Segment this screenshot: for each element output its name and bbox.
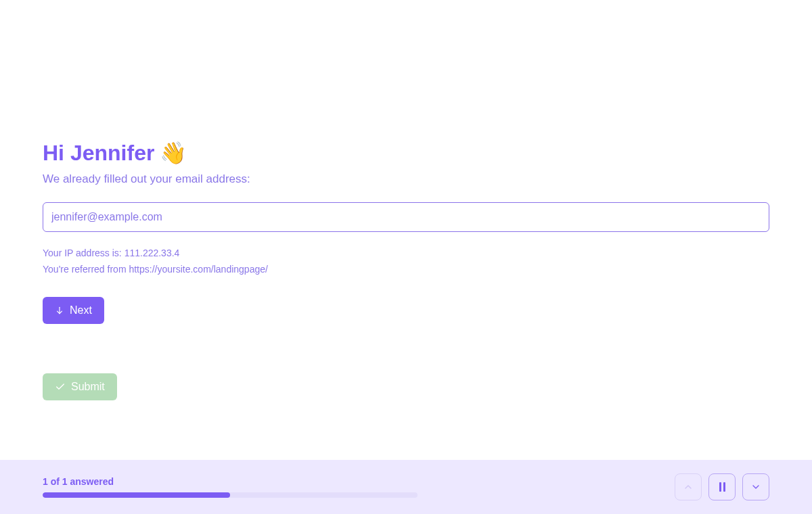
email-field[interactable] [43,202,769,232]
pause-button[interactable] [708,473,736,500]
wave-emoji-icon: 👋 [160,142,187,164]
next-nav-button[interactable] [742,473,769,500]
submit-button-label: Submit [71,381,105,393]
ip-address-line: Your IP address is: 111.222.33.4 [43,246,769,262]
chevron-down-icon [750,482,761,492]
check-icon [55,381,66,392]
progress-footer: 1 of 1 answered [0,460,812,514]
info-block: Your IP address is: 111.222.33.4 You're … [43,246,769,278]
footer-left: 1 of 1 answered [43,476,675,498]
progress-fill [43,492,230,498]
progress-label: 1 of 1 answered [43,476,675,487]
referrer-line: You're referred from https://yoursite.co… [43,262,769,278]
arrow-down-icon [55,306,64,315]
footer-nav [675,473,769,500]
next-button-label: Next [70,304,92,317]
subtitle-text: We already filled out your email address… [43,172,769,186]
form-content: Hi Jennifer 👋 We already filled out your… [43,140,769,324]
title-row: Hi Jennifer 👋 [43,140,769,166]
chevron-up-icon [683,482,694,492]
progress-bar [43,492,418,498]
submit-button[interactable]: Submit [43,373,117,400]
next-button[interactable]: Next [43,297,104,324]
greeting-title: Hi Jennifer [43,140,154,166]
prev-button[interactable] [675,473,702,500]
pause-icon [719,482,725,492]
